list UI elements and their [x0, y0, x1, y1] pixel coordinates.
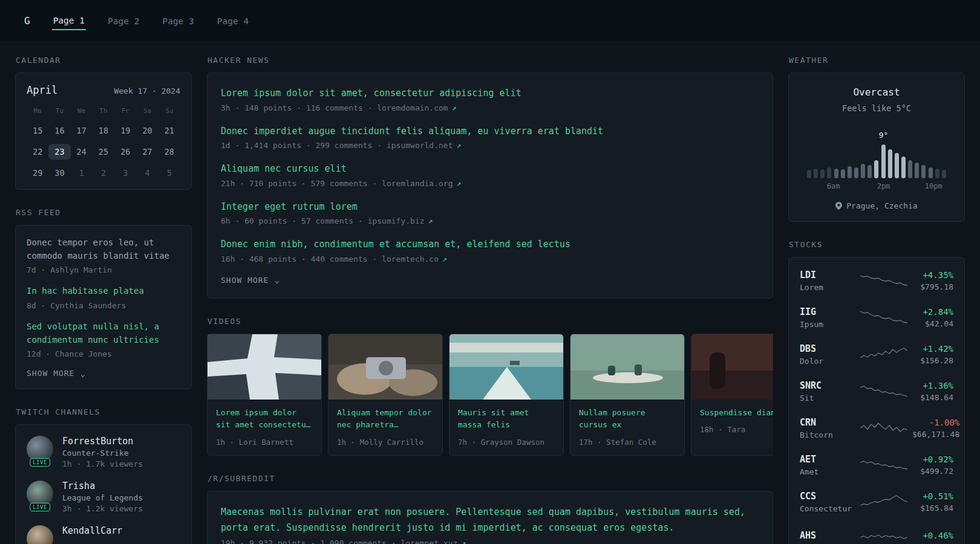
- hn-item-title[interactable]: Lorem ipsum dolor sit amet, consectetur …: [221, 86, 759, 100]
- stock-row[interactable]: SNRC Sit +1.36% $148.64: [800, 373, 953, 410]
- stock-price: $156.28: [912, 356, 953, 365]
- weather-hour-bar: [929, 167, 933, 178]
- tab-page-2[interactable]: Page 2: [106, 0, 140, 42]
- video-card[interactable]: Aliquam tempor dolor nec pharetra… 1h · …: [328, 334, 443, 456]
- calendar-day: 17: [71, 123, 93, 138]
- hn-item-title[interactable]: Donec imperdiet augue tincidunt felis al…: [221, 125, 759, 138]
- show-more-label: SHOW MORE: [221, 276, 269, 285]
- external-link-icon[interactable]: ↗: [461, 539, 466, 544]
- calendar-day: 18: [93, 123, 114, 138]
- video-card[interactable]: Suspendisse diam 18h · Tara: [691, 334, 773, 456]
- calendar-day-next-month: 5: [158, 165, 180, 181]
- hn-meta-text: 1d · 1,414 points · 299 comments · ipsum…: [221, 141, 453, 150]
- rss-show-more-button[interactable]: SHOW MORE ⌄: [27, 369, 180, 378]
- stock-change: +2.84%: [912, 307, 953, 317]
- video-title[interactable]: Suspendisse diam: [700, 407, 773, 419]
- hn-item-meta: 6h · 60 points · 57 comments · ipsumify.…: [221, 216, 759, 225]
- chevron-down-icon: ⌄: [80, 371, 85, 377]
- channel-avatar: LIVE: [27, 436, 53, 462]
- stock-sparkline: [860, 346, 907, 364]
- stock-sparkline: [860, 383, 907, 401]
- stock-change: +1.42%: [912, 344, 953, 354]
- hn-item: Lorem ipsum dolor sit amet, consectetur …: [221, 86, 759, 112]
- rss-item-title[interactable]: Donec tempor eros leo, ut commodo mauris…: [27, 236, 180, 262]
- calendar-grid: Mo Tu We Th Fr Sa Su 15 16 17 18 19 20 2…: [27, 107, 180, 181]
- show-more-label: SHOW MORE: [27, 369, 74, 378]
- stock-change: -1.00%: [912, 418, 959, 427]
- stock-symbol: CCS: [800, 491, 855, 502]
- calendar-day-next-month: 4: [136, 165, 158, 181]
- stock-row[interactable]: AET Amet +0.92% $499.72: [800, 447, 953, 484]
- weather-hour-bar: [935, 169, 939, 178]
- stock-name: Dolor: [800, 357, 855, 366]
- weather-hour-bar: [901, 157, 906, 178]
- calendar-day: 19: [114, 123, 136, 138]
- hn-item: Donec enim nibh, condimentum et accumsan…: [221, 238, 759, 264]
- tab-page-3[interactable]: Page 3: [161, 0, 195, 42]
- stock-row[interactable]: DBS Dolor +1.42% $156.28: [800, 336, 953, 373]
- video-title[interactable]: Lorem ipsum dolor sit amet consectetu…: [216, 407, 313, 432]
- video-meta: 7h · Grayson Dawson: [458, 438, 555, 447]
- weather-hour-bar: [915, 163, 919, 178]
- stock-row[interactable]: CRN Bitcorn -1.00% $66,171.48: [800, 410, 953, 447]
- stock-row[interactable]: CCS Consectetur +0.51% $165.84: [800, 484, 953, 520]
- hn-item-title[interactable]: Aliquam nec cursus elit: [221, 162, 759, 176]
- stock-symbol: CRN: [800, 417, 855, 428]
- external-link-icon[interactable]: ↗: [452, 103, 457, 112]
- calendar-widget: CALENDAR April Week 17 · 2024 Mo Tu We T…: [15, 56, 192, 190]
- video-card[interactable]: Mauris sit amet massa felis 7h · Grayson…: [449, 334, 564, 456]
- stock-name: Lorem: [800, 283, 855, 292]
- twitch-channel-item[interactable]: KendallCarr: [27, 525, 180, 544]
- rss-item-title[interactable]: Sed volutpat nulla nisl, a condimentum n…: [27, 320, 180, 346]
- rss-item-meta: 7d · Ashlyn Martin: [27, 265, 180, 274]
- weekday-label: Th: [93, 107, 114, 117]
- external-link-icon[interactable]: ↗: [442, 254, 447, 264]
- stock-row[interactable]: IIG Ipsum +2.84% $42.04: [800, 299, 953, 336]
- rss-item-title[interactable]: In hac habitasse platea: [27, 285, 180, 298]
- video-title[interactable]: Mauris sit amet massa felis: [458, 407, 555, 432]
- external-link-icon[interactable]: ↗: [428, 216, 433, 225]
- tab-page-4[interactable]: Page 4: [216, 0, 250, 42]
- twitch-channel-item[interactable]: LIVE Trisha League of Legends 3h · 1.2k …: [27, 481, 180, 513]
- widget-title: WEATHER: [789, 56, 965, 65]
- rss-feed-widget: RSS FEED Donec tempor eros leo, ut commo…: [15, 208, 192, 389]
- calendar-day: 21: [158, 123, 180, 138]
- weather-hour-bar: [848, 166, 852, 178]
- video-card[interactable]: Nullam posuere cursus ex 17h · Stefan Co…: [570, 334, 685, 456]
- tab-page-1[interactable]: Page 1: [52, 0, 86, 42]
- weekday-label: Tu: [48, 107, 70, 117]
- video-title[interactable]: Aliquam tempor dolor nec pharetra…: [337, 407, 434, 432]
- videos-row: Lorem ipsum dolor sit amet consectetu… 1…: [207, 334, 773, 456]
- twitch-channel-item[interactable]: LIVE ForrestBurton Counter-Strike 1h · 1…: [27, 436, 180, 468]
- hn-show-more-button[interactable]: SHOW MORE ⌄: [221, 276, 759, 285]
- external-link-icon[interactable]: ↗: [457, 141, 462, 150]
- hn-meta-text: 21h · 710 points · 579 comments · loreml…: [221, 179, 453, 188]
- stock-price: $795.18: [912, 282, 953, 291]
- weather-hour-bar: [895, 153, 899, 178]
- video-meta: 1h · Molly Carrillo: [337, 438, 434, 447]
- stock-row[interactable]: AHS +0.46%: [800, 520, 953, 544]
- widget-title: VIDEOS: [207, 317, 773, 326]
- hn-item-title[interactable]: Integer eget rutrum lorem: [221, 200, 759, 214]
- hacker-news-widget: HACKER NEWS Lorem ipsum dolor sit amet, …: [207, 56, 773, 299]
- videos-widget: VIDEOS Lorem ipsum dolor sit amet consec…: [207, 317, 773, 456]
- stock-row[interactable]: LDI Lorem +4.35% $795.18: [800, 262, 953, 299]
- hn-item-title[interactable]: Donec enim nibh, condimentum et accumsan…: [221, 238, 759, 251]
- stock-symbol: SNRC: [800, 380, 855, 391]
- page-tabs: Page 1 Page 2 Page 3 Page 4: [52, 0, 250, 42]
- weekday-label: We: [71, 107, 93, 117]
- time-label: 2pm: [877, 182, 890, 190]
- external-link-icon[interactable]: ↗: [457, 179, 462, 188]
- hn-item: Donec imperdiet augue tincidunt felis al…: [221, 125, 759, 151]
- stock-price: $66,171.48: [912, 430, 959, 439]
- weather-hour-bar: [908, 160, 912, 178]
- video-title[interactable]: Nullam posuere cursus ex: [579, 407, 676, 432]
- stock-sparkline: [860, 419, 907, 438]
- weather-hourly-chart: 9°: [807, 125, 946, 178]
- calendar-week-year: Week 17 · 2024: [114, 86, 180, 96]
- app-logo[interactable]: G: [24, 15, 30, 27]
- video-card[interactable]: Lorem ipsum dolor sit amet consectetu… 1…: [207, 334, 322, 456]
- hn-item: Integer eget rutrum lorem 6h · 60 points…: [221, 200, 759, 226]
- subreddit-post-title[interactable]: Maecenas mollis pulvinar erat non posuer…: [221, 505, 759, 536]
- location-text: Prague, Czechia: [846, 201, 917, 210]
